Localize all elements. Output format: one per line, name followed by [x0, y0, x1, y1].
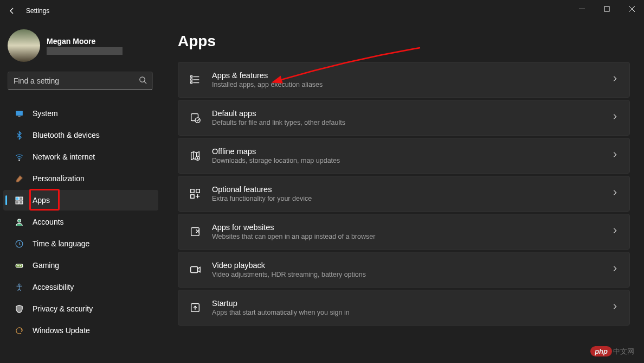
sidebar-item-personalization[interactable]: Personalization — [3, 168, 158, 189]
card-title: Offline maps — [212, 147, 601, 156]
website-icon — [188, 225, 202, 239]
settings-item-default-apps[interactable]: Default appsDefaults for file and link t… — [178, 100, 630, 136]
chevron-right-icon — [611, 189, 619, 199]
sidebar-item-label: System — [33, 109, 58, 118]
wifi-icon — [14, 152, 24, 162]
sidebar-item-label: Gaming — [33, 261, 59, 270]
video-icon — [188, 263, 202, 277]
watermark-brand: php — [590, 346, 612, 356]
startup-icon — [188, 301, 202, 315]
card-text: Apps for websitesWebsites that can open … — [212, 223, 601, 240]
window-controls — [569, 0, 644, 17]
list-icon — [188, 73, 202, 87]
chevron-right-icon — [611, 151, 619, 161]
svg-rect-22 — [191, 76, 192, 78]
sidebar-item-label: Accessibility — [33, 283, 74, 291]
search-icon — [139, 76, 147, 86]
sidebar-item-label: Personalization — [33, 174, 85, 183]
sidebar-item-network-internet[interactable]: Network & internet — [3, 147, 158, 167]
sidebar-item-privacy-security[interactable]: Privacy & security — [3, 298, 158, 319]
minimize-button[interactable] — [569, 0, 594, 17]
minimize-icon — [579, 6, 585, 12]
update-icon — [14, 326, 24, 335]
svg-rect-23 — [191, 79, 192, 80]
back-button[interactable] — [4, 3, 20, 18]
accessibility-icon — [14, 282, 24, 292]
user-info: Megan Moore — [47, 37, 123, 55]
card-text: Default appsDefaults for file and link t… — [212, 109, 601, 126]
sidebar-item-label: Bluetooth & devices — [33, 131, 100, 139]
user-profile[interactable]: Megan Moore — [0, 26, 158, 69]
sidebar-item-label: Windows Update — [33, 326, 90, 335]
settings-item-apps-for-websites[interactable]: Apps for websitesWebsites that can open … — [178, 214, 630, 250]
sidebar-item-bluetooth-devices[interactable]: Bluetooth & devices — [3, 125, 158, 145]
card-title: Apps & features — [212, 71, 601, 80]
svg-rect-30 — [191, 195, 194, 198]
arrow-left-icon — [8, 7, 16, 15]
settings-item-video-playback[interactable]: Video playbackVideo adjustments, HDR str… — [178, 252, 630, 288]
brush-icon — [14, 174, 24, 183]
settings-item-offline-maps[interactable]: Offline mapsDownloads, storage location,… — [178, 138, 630, 174]
svg-point-4 — [140, 77, 145, 81]
svg-rect-7 — [18, 116, 20, 116]
chevron-right-icon — [611, 75, 619, 85]
card-subtitle: Installed apps, app execution aliases — [212, 81, 601, 88]
sidebar-item-label: Accounts — [33, 218, 64, 226]
card-title: Default apps — [212, 109, 601, 118]
shield-icon — [14, 304, 24, 314]
svg-point-8 — [18, 160, 19, 160]
svg-point-16 — [17, 265, 18, 265]
map-icon — [188, 149, 202, 163]
svg-rect-6 — [16, 111, 23, 116]
card-subtitle: Extra functionality for your device — [212, 195, 601, 202]
card-title: Startup — [212, 299, 601, 308]
sidebar-item-label: Apps — [33, 196, 50, 205]
card-subtitle: Apps that start automatically when you s… — [212, 309, 601, 316]
close-button[interactable] — [619, 0, 644, 17]
watermark-suffix: 中文网 — [613, 347, 634, 355]
search-box[interactable] — [8, 72, 153, 90]
card-text: Video playbackVideo adjustments, HDR str… — [212, 261, 601, 278]
maximize-button[interactable] — [594, 0, 619, 17]
nav: SystemBluetooth & devicesNetwork & inter… — [0, 103, 158, 341]
chevron-right-icon — [611, 227, 619, 237]
settings-item-startup[interactable]: StartupApps that start automatically whe… — [178, 290, 630, 326]
settings-list: Apps & featuresInstalled apps, app execu… — [178, 62, 630, 326]
chevron-right-icon — [611, 265, 619, 275]
sidebar-item-apps[interactable]: Apps — [3, 190, 158, 211]
svg-point-18 — [18, 284, 20, 285]
titlebar: Settings — [0, 0, 644, 22]
sidebar-item-system[interactable]: System — [3, 103, 158, 124]
settings-item-optional-features[interactable]: Optional featuresExtra functionality for… — [178, 176, 630, 212]
svg-rect-11 — [16, 201, 19, 204]
card-text: Optional featuresExtra functionality for… — [212, 185, 601, 202]
search-input[interactable] — [14, 77, 139, 85]
card-text: Apps & featuresInstalled apps, app execu… — [212, 71, 601, 88]
card-text: Offline mapsDownloads, storage location,… — [212, 147, 601, 164]
bluetooth-icon — [14, 130, 24, 140]
sidebar-item-label: Time & language — [33, 239, 89, 248]
system-icon — [14, 109, 24, 118]
card-title: Optional features — [212, 185, 601, 194]
avatar — [8, 29, 40, 62]
svg-rect-28 — [191, 189, 194, 193]
sidebar-item-time-language[interactable]: Time & language — [3, 233, 158, 254]
sidebar-item-gaming[interactable]: Gaming — [3, 255, 158, 276]
sidebar-item-accounts[interactable]: Accounts — [3, 212, 158, 232]
svg-line-5 — [144, 81, 146, 84]
account-icon — [14, 217, 24, 227]
card-title: Video playback — [212, 261, 601, 270]
card-subtitle: Websites that can open in an app instead… — [212, 233, 601, 240]
gaming-icon — [14, 260, 24, 270]
clock-icon — [14, 239, 24, 249]
svg-rect-29 — [196, 189, 199, 193]
settings-item-apps-features[interactable]: Apps & featuresInstalled apps, app execu… — [178, 62, 630, 98]
sidebar-item-windows-update[interactable]: Windows Update — [3, 320, 158, 341]
sidebar-item-label: Network & internet — [33, 152, 95, 161]
sidebar-item-label: Privacy & security — [33, 304, 93, 313]
svg-rect-15 — [16, 264, 23, 267]
chevron-right-icon — [611, 113, 619, 123]
user-name: Megan Moore — [47, 37, 123, 46]
sidebar-item-accessibility[interactable]: Accessibility — [3, 277, 158, 297]
svg-point-13 — [17, 219, 21, 222]
